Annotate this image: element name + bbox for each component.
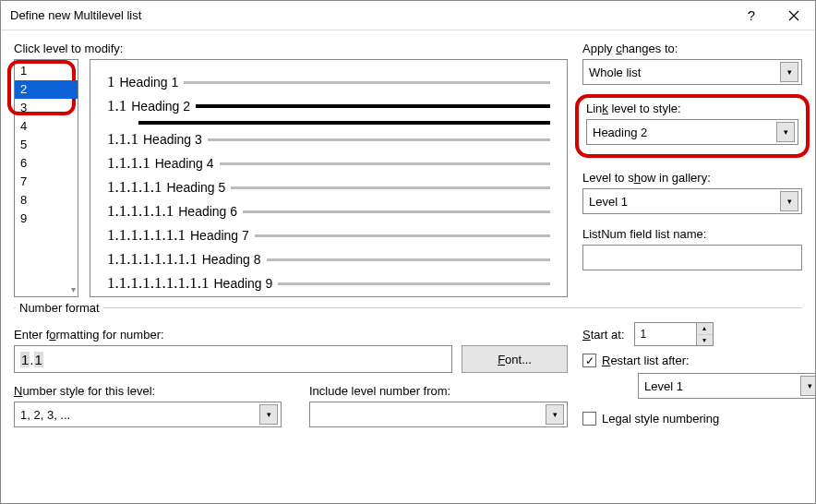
preview-line: [231, 186, 550, 189]
preview-row: 1.1.1.1.1Heading 5: [107, 178, 550, 197]
number-format-legend: Number format: [16, 301, 103, 315]
preview-line: [278, 282, 550, 285]
preview-line: [208, 138, 550, 141]
preview-row: [107, 121, 550, 125]
number-format-input[interactable]: 1.1: [14, 345, 452, 373]
level-item-7[interactable]: 7: [15, 173, 78, 191]
preview-line: [184, 81, 550, 84]
apply-changes-label: Apply changes to:: [582, 42, 802, 55]
chevron-down-icon[interactable]: ▾: [780, 191, 798, 211]
preview-line: [267, 258, 550, 261]
chevron-down-icon[interactable]: ▾: [259, 404, 278, 425]
listnum-input[interactable]: [582, 245, 802, 270]
close-button[interactable]: [773, 1, 815, 30]
preview-pane: 1Heading 11.1Heading 21.1.1Heading 31.1.…: [90, 59, 568, 297]
preview-line: [196, 104, 550, 108]
font-button[interactable]: Font...: [462, 345, 568, 373]
gallery-label: Level to show in gallery:: [582, 171, 802, 185]
annotation-highlight: Link level to style: Heading 2 ▾: [575, 94, 810, 158]
listnum-label: ListNum field list name:: [582, 227, 802, 241]
chevron-down-icon[interactable]: ▾: [800, 376, 816, 396]
preview-heading-label: Heading 6: [178, 204, 237, 219]
level-item-8[interactable]: 8: [15, 191, 78, 210]
preview-row: 1.1.1.1.1.1.1.1Heading 8: [107, 250, 550, 269]
preview-heading-label: Heading 1: [120, 75, 179, 90]
preview-row: 1.1.1.1.1.1.1Heading 7: [107, 226, 550, 245]
preview-number: 1.1.1.1.1.1.1.1.1: [107, 274, 210, 293]
start-at-spinner[interactable]: 1 ▴ ▾: [634, 322, 714, 346]
preview-number: 1.1.1.1: [107, 154, 150, 173]
preview-heading-label: Heading 5: [167, 180, 226, 195]
titlebar: Define new Multilevel list ?: [1, 1, 815, 30]
preview-row: 1.1.1.1.1.1.1.1.1Heading 9: [107, 274, 550, 293]
legal-checkbox-row[interactable]: Legal style numbering: [582, 412, 816, 426]
preview-line: [255, 234, 550, 237]
number-style-select[interactable]: 1, 2, 3, ... ▾: [14, 402, 282, 427]
restart-checkbox[interactable]: ✓: [582, 354, 596, 367]
preview-heading-label: Heading 4: [155, 156, 214, 171]
help-button[interactable]: ?: [730, 1, 773, 30]
restart-level-select[interactable]: Level 1 ▾: [638, 373, 816, 399]
level-listbox[interactable]: 123456789 ▾: [14, 59, 78, 297]
apply-changes-select[interactable]: Whole list ▾: [582, 59, 802, 85]
gallery-select[interactable]: Level 1 ▾: [582, 188, 802, 214]
preview-line: [220, 162, 550, 165]
legal-checkbox[interactable]: [582, 412, 596, 426]
preview-number: 1.1.1.1.1.1.1.1: [107, 250, 198, 269]
preview-number: 1.1.1: [107, 130, 138, 149]
preview-heading-label: Heading 3: [143, 132, 202, 147]
level-item-6[interactable]: 6: [15, 154, 78, 173]
preview-line: [243, 210, 550, 213]
preview-number: 1.1.1.1.1.1: [107, 202, 174, 221]
include-level-select[interactable]: ▾: [309, 402, 568, 427]
preview-heading-label: Heading 8: [202, 252, 261, 267]
level-item-3[interactable]: 3: [15, 99, 78, 117]
format-left: Enter formatting for number: 1.1 Font...…: [14, 320, 568, 431]
enter-formatting-label: Enter formatting for number:: [14, 328, 568, 342]
preview-number: 1.1: [107, 97, 126, 115]
preview-number: 1.1.1.1.1.1.1: [107, 226, 186, 245]
spinner-up-icon[interactable]: ▴: [696, 323, 713, 335]
click-level-label: Click level to modify:: [14, 42, 568, 55]
start-at-label: Start at:: [582, 328, 625, 342]
preview-heading-label: Heading 7: [190, 228, 249, 243]
level-item-5[interactable]: 5: [15, 136, 78, 154]
link-level-select[interactable]: Heading 2 ▾: [586, 119, 798, 145]
number-format-group: Number format: [14, 301, 802, 320]
preview-row: 1.1.1Heading 3: [107, 130, 550, 149]
link-level-label: Link level to style:: [586, 102, 798, 115]
preview-number: 1: [107, 73, 115, 91]
preview-row: 1Heading 1: [107, 73, 550, 91]
preview-heading-label: Heading 2: [131, 99, 190, 114]
preview-line: [138, 121, 550, 125]
chevron-down-icon[interactable]: ▾: [71, 284, 76, 294]
restart-checkbox-row[interactable]: ✓ Restart list after:: [582, 354, 816, 367]
left-column: Click level to modify: 123456789 ▾ 1Head…: [14, 42, 568, 297]
preview-number: 1.1.1.1.1: [107, 178, 162, 197]
number-style-label: Number style for this level:: [14, 384, 282, 398]
preview-row: 1.1.1.1Heading 4: [107, 154, 550, 173]
preview-row: 1.1.1.1.1.1Heading 6: [107, 202, 550, 221]
spinner-down-icon[interactable]: ▾: [696, 335, 713, 346]
level-item-2[interactable]: 2: [15, 80, 78, 99]
preview-heading-label: Heading 9: [214, 276, 273, 291]
format-right: Start at: 1 ▴ ▾ ✓ Restart list after: Le…: [582, 320, 816, 431]
chevron-down-icon[interactable]: ▾: [776, 122, 795, 142]
dialog-title: Define new Multilevel list: [10, 8, 730, 22]
restart-label: Restart list after:: [602, 354, 690, 367]
level-item-9[interactable]: 9: [15, 210, 78, 228]
level-item-4[interactable]: 4: [15, 117, 78, 136]
preview-row: 1.1Heading 2: [107, 97, 550, 115]
right-column: Apply changes to: Whole list ▾ Link leve…: [582, 42, 802, 297]
legal-label: Legal style numbering: [602, 412, 719, 426]
chevron-down-icon[interactable]: ▾: [546, 404, 564, 425]
level-item-1[interactable]: 1: [15, 62, 78, 80]
include-level-label: Include level number from:: [309, 384, 568, 398]
chevron-down-icon[interactable]: ▾: [780, 62, 798, 82]
